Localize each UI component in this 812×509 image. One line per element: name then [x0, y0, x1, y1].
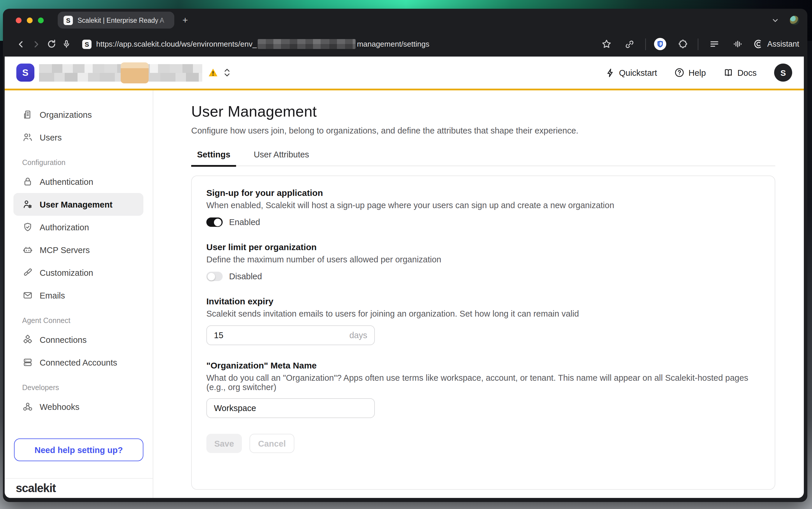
scalekit-app: S Q	[5, 57, 804, 498]
url-favicon: S	[82, 39, 92, 49]
chevron-down-icon[interactable]	[771, 16, 779, 24]
scalekit-wordmark: scalekit	[16, 482, 56, 495]
voice-wave-icon[interactable]	[730, 36, 745, 52]
need-help-button[interactable]: Need help setting up?	[14, 438, 143, 461]
assistant-button[interactable]: Assistant	[753, 39, 799, 49]
org-switcher-icon[interactable]	[224, 68, 230, 77]
invitation-expiry-input[interactable]	[214, 331, 349, 340]
sidebar-section-configuration: Configuration	[22, 159, 153, 167]
sidebar-item-connected-accounts[interactable]: Connected Accounts	[13, 351, 143, 374]
new-tab-button[interactable]: +	[182, 15, 188, 25]
browser-tab[interactable]: S Scalekit | Enterprise Ready A	[58, 12, 174, 29]
toggle-knob	[214, 218, 221, 226]
sidebar-item-authentication[interactable]: Authentication	[13, 170, 143, 193]
mic-icon[interactable]	[59, 36, 74, 52]
sidebar-item-label: Users	[40, 133, 62, 142]
browser-profile-avatar[interactable]	[790, 15, 799, 25]
section-description: When enabled, Scalekit will host a sign-…	[206, 201, 760, 210]
sidebar-item-label: Webhooks	[40, 402, 79, 411]
bitwarden-icon[interactable]	[654, 38, 666, 50]
close-window-button[interactable]	[16, 17, 22, 23]
section-description: What do you call an "Organization"? Apps…	[206, 373, 760, 392]
org-meta-name-input[interactable]	[214, 404, 367, 413]
tab-favicon: S	[64, 15, 73, 25]
signup-toggle[interactable]	[206, 217, 223, 227]
scalekit-logo: S	[16, 64, 34, 81]
sidebar-item-user-management[interactable]: User Management	[13, 193, 143, 216]
sidebar-item-authorization[interactable]: Authorization	[13, 216, 143, 238]
webhooks-icon	[22, 401, 33, 412]
emails-icon	[22, 290, 33, 301]
section-description: Define the maximum number of users allow…	[206, 255, 760, 264]
sidebar-item-label: Organizations	[40, 110, 92, 119]
sidebar-section-agent-connect: Agent Connect	[22, 316, 153, 325]
workspace-name-redacted[interactable]	[39, 64, 202, 81]
main-content: User Management Configure how users join…	[153, 90, 804, 498]
user-avatar[interactable]: S	[774, 64, 792, 81]
bookmark-star-icon[interactable]	[599, 36, 614, 52]
desktop-background: S Scalekit | Enterprise Ready A +	[0, 0, 812, 509]
sidebar: Organizations Users Configuration	[5, 90, 153, 498]
section-description: Scalekit sends invitation emails to user…	[206, 309, 760, 318]
tab-user-attributes[interactable]: User Attributes	[248, 150, 315, 166]
sidebar-item-label: MCP Servers	[40, 245, 90, 254]
user-limit-toggle[interactable]	[206, 272, 223, 281]
redaction-block-accent	[121, 62, 149, 83]
connections-icon	[22, 334, 33, 345]
assistant-label: Assistant	[767, 40, 799, 48]
sidebar-item-mcp-servers[interactable]: MCP Servers	[13, 238, 143, 261]
assistant-icon	[753, 39, 763, 49]
reading-list-icon[interactable]	[706, 36, 722, 52]
help-button[interactable]: Help	[674, 68, 706, 77]
docs-button[interactable]: Docs	[723, 68, 756, 77]
sidebar-item-emails[interactable]: Emails	[13, 284, 143, 307]
invitation-expiry-field: days	[206, 325, 375, 345]
toolbar-divider	[645, 38, 646, 50]
window-controls	[16, 17, 44, 23]
reload-icon[interactable]	[44, 36, 59, 52]
cancel-button[interactable]: Cancel	[249, 434, 294, 453]
settings-card: Sign-up for your application When enable…	[191, 175, 775, 490]
sidebar-item-users[interactable]: Users	[13, 126, 143, 149]
zoom-window-button[interactable]	[38, 17, 44, 23]
users-icon	[22, 132, 33, 142]
tab-bar: Settings User Attributes	[191, 150, 775, 166]
authentication-icon	[22, 176, 33, 187]
sidebar-item-label: Authentication	[40, 177, 93, 186]
docs-icon	[723, 68, 733, 77]
org-meta-name-field	[206, 398, 375, 418]
link-icon[interactable]	[622, 36, 637, 52]
help-label: Help	[689, 68, 706, 77]
browser-address-bar: S https://app.scalekit.cloud/ws/environm…	[3, 32, 807, 57]
help-icon	[674, 68, 684, 77]
unit-label: days	[349, 331, 367, 340]
quickstart-icon	[606, 68, 615, 77]
page-title: User Management	[191, 103, 804, 121]
sidebar-item-label: Authorization	[40, 223, 89, 232]
sidebar-section-developers: Developers	[22, 384, 153, 392]
sidebar-item-label: Connections	[40, 335, 86, 344]
tab-settings[interactable]: Settings	[191, 150, 236, 166]
sidebar-item-organizations[interactable]: Organizations	[13, 103, 143, 126]
browser-tab-bar: S Scalekit | Enterprise Ready A +	[3, 9, 807, 32]
forward-icon[interactable]	[29, 36, 44, 52]
section-invitation-expiry: Invitation expiry Scalekit sends invitat…	[206, 296, 760, 345]
url-text[interactable]: https://app.scalekit.cloud/ws/environmen…	[96, 39, 429, 49]
user-management-icon	[22, 199, 33, 210]
extension-icon[interactable]	[674, 36, 690, 52]
quickstart-button[interactable]: Quickstart	[606, 68, 657, 77]
sidebar-item-label: Emails	[40, 291, 65, 300]
url-redacted-segment	[258, 39, 356, 49]
section-user-limit: User limit per organization Define the m…	[206, 242, 760, 281]
section-title: Sign-up for your application	[206, 188, 760, 198]
sidebar-item-webhooks[interactable]: Webhooks	[13, 395, 143, 418]
section-org-meta-name: "Organization" Meta Name What do you cal…	[206, 360, 760, 418]
save-button[interactable]: Save	[206, 434, 242, 453]
section-title: Invitation expiry	[206, 296, 760, 306]
tab-title-fade	[154, 12, 174, 29]
url-suffix: management/settings	[357, 40, 430, 48]
sidebar-item-customization[interactable]: Customization	[13, 261, 143, 284]
sidebar-item-connections[interactable]: Connections	[13, 328, 143, 351]
minimize-window-button[interactable]	[27, 17, 33, 23]
back-icon[interactable]	[13, 36, 29, 52]
